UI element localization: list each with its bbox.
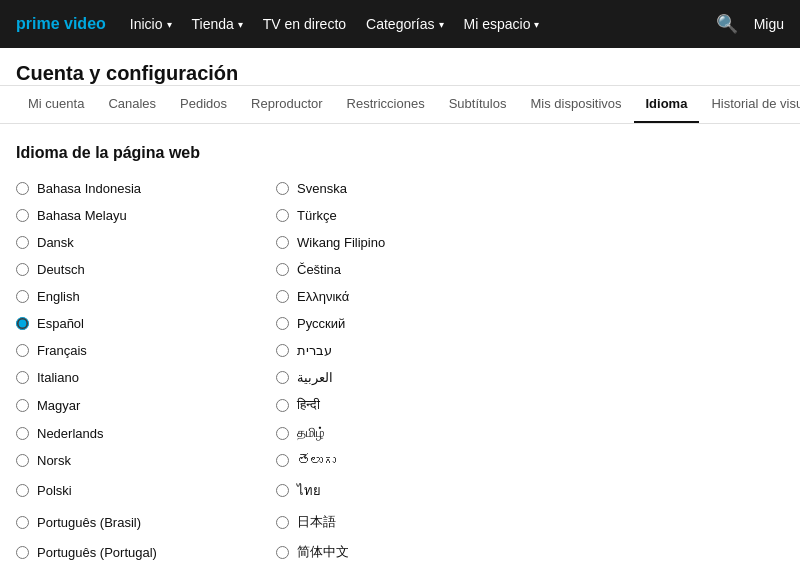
language-radio-polski[interactable]	[16, 484, 29, 497]
language-grid: Bahasa IndonesiaSvenskaBahasa MelayuTürk…	[16, 178, 784, 562]
language-option-ivrit[interactable]: עברית	[276, 340, 496, 361]
language-option-portugues-portugal[interactable]: Português (Portugal)	[16, 540, 236, 562]
language-option-ellinika[interactable]: Ελληνικά	[276, 286, 496, 307]
language-option-polski[interactable]: Polski	[16, 477, 236, 504]
language-radio-hindi[interactable]	[276, 399, 289, 412]
language-option-deutsch[interactable]: Deutsch	[16, 259, 236, 280]
language-label-magyar: Magyar	[37, 398, 80, 413]
language-option-svenska[interactable]: Svenska	[276, 178, 496, 199]
language-radio-norsk[interactable]	[16, 454, 29, 467]
nav-link-inicio[interactable]: Inicio▾	[130, 16, 172, 32]
search-icon[interactable]: 🔍	[716, 13, 738, 35]
language-radio-japanese[interactable]	[276, 516, 289, 529]
language-label-bahasa-indonesia: Bahasa Indonesia	[37, 181, 141, 196]
brand-logo: prime video	[16, 15, 106, 33]
page-title: Cuenta y configuración	[16, 62, 238, 84]
nav-link-mi-espacio[interactable]: Mi espacio▾	[464, 16, 540, 32]
language-label-espanol: Español	[37, 316, 84, 331]
tabs-bar: Mi cuentaCanalesPedidosReproductorRestri…	[0, 86, 800, 124]
language-option-japanese[interactable]: 日本語	[276, 510, 496, 534]
nav-right: 🔍 Migu	[716, 13, 784, 35]
language-option-telugu[interactable]: తెలుగు	[276, 450, 496, 471]
language-label-english: English	[37, 289, 80, 304]
language-radio-nederlands[interactable]	[16, 427, 29, 440]
language-radio-arabiya[interactable]	[276, 371, 289, 384]
language-option-francais[interactable]: Français	[16, 340, 236, 361]
language-option-bahasa-indonesia[interactable]: Bahasa Indonesia	[16, 178, 236, 199]
language-radio-francais[interactable]	[16, 344, 29, 357]
language-radio-dansk[interactable]	[16, 236, 29, 249]
navbar: prime video Inicio▾Tienda▾TV en directoC…	[0, 0, 800, 48]
language-label-russkiy: Русский	[297, 316, 345, 331]
chevron-down-icon: ▾	[238, 19, 243, 30]
tab-restricciones[interactable]: Restricciones	[335, 86, 437, 123]
language-radio-portugues-portugal[interactable]	[16, 546, 29, 559]
language-option-turkce[interactable]: Türkçe	[276, 205, 496, 226]
language-radio-espanol[interactable]	[16, 317, 29, 330]
language-label-portugues-brasil: Português (Brasil)	[37, 515, 141, 530]
nav-link-tv-en-directo[interactable]: TV en directo	[263, 16, 346, 32]
language-label-ivrit: עברית	[297, 343, 332, 358]
language-label-dansk: Dansk	[37, 235, 74, 250]
language-option-english[interactable]: English	[16, 286, 236, 307]
tab-subtítulos[interactable]: Subtítulos	[437, 86, 519, 123]
tab-mis-dispositivos[interactable]: Mis dispositivos	[518, 86, 633, 123]
tab-reproductor[interactable]: Reproductor	[239, 86, 335, 123]
tab-historial-de-visualización[interactable]: Historial de visualización	[699, 86, 800, 123]
language-radio-thai[interactable]	[276, 484, 289, 497]
language-option-thai[interactable]: ไทย	[276, 477, 496, 504]
language-option-tamil[interactable]: தமிழ்	[276, 422, 496, 444]
language-radio-bahasa-indonesia[interactable]	[16, 182, 29, 195]
language-label-italiano: Italiano	[37, 370, 79, 385]
language-label-telugu: తెలుగు	[297, 453, 336, 468]
language-option-nederlands[interactable]: Nederlands	[16, 422, 236, 444]
chevron-down-icon: ▾	[534, 19, 539, 30]
language-label-nederlands: Nederlands	[37, 426, 104, 441]
language-option-bahasa-melayu[interactable]: Bahasa Melayu	[16, 205, 236, 226]
language-label-turkce: Türkçe	[297, 208, 337, 223]
language-option-magyar[interactable]: Magyar	[16, 394, 236, 416]
language-radio-turkce[interactable]	[276, 209, 289, 222]
language-option-russkiy[interactable]: Русский	[276, 313, 496, 334]
language-label-ellinika: Ελληνικά	[297, 289, 349, 304]
language-radio-english[interactable]	[16, 290, 29, 303]
language-radio-magyar[interactable]	[16, 399, 29, 412]
language-radio-svenska[interactable]	[276, 182, 289, 195]
tab-mi-cuenta[interactable]: Mi cuenta	[16, 86, 96, 123]
tab-pedidos[interactable]: Pedidos	[168, 86, 239, 123]
language-radio-russkiy[interactable]	[276, 317, 289, 330]
language-option-portugues-brasil[interactable]: Português (Brasil)	[16, 510, 236, 534]
language-label-japanese: 日本語	[297, 513, 336, 531]
tab-idioma[interactable]: Idioma	[634, 86, 700, 123]
language-option-norsk[interactable]: Norsk	[16, 450, 236, 471]
language-option-italiano[interactable]: Italiano	[16, 367, 236, 388]
language-radio-telugu[interactable]	[276, 454, 289, 467]
language-option-hindi[interactable]: हिन्दी	[276, 394, 496, 416]
language-option-simplified-chinese[interactable]: 简体中文	[276, 540, 496, 562]
language-radio-wikang-filipino[interactable]	[276, 236, 289, 249]
nav-link-tienda[interactable]: Tienda▾	[192, 16, 243, 32]
page-header: Cuenta y configuración	[0, 48, 800, 86]
tab-canales[interactable]: Canales	[96, 86, 168, 123]
main-content: Idioma de la página web Bahasa Indonesia…	[0, 124, 800, 562]
language-option-arabiya[interactable]: العربية	[276, 367, 496, 388]
language-radio-cestina[interactable]	[276, 263, 289, 276]
language-option-cestina[interactable]: Čeština	[276, 259, 496, 280]
language-option-wikang-filipino[interactable]: Wikang Filipino	[276, 232, 496, 253]
nav-link-categorías[interactable]: Categorías▾	[366, 16, 443, 32]
language-radio-simplified-chinese[interactable]	[276, 546, 289, 559]
language-option-dansk[interactable]: Dansk	[16, 232, 236, 253]
language-option-espanol[interactable]: Español	[16, 313, 236, 334]
language-radio-portugues-brasil[interactable]	[16, 516, 29, 529]
language-radio-ivrit[interactable]	[276, 344, 289, 357]
language-radio-tamil[interactable]	[276, 427, 289, 440]
language-radio-italiano[interactable]	[16, 371, 29, 384]
user-menu[interactable]: Migu	[754, 16, 784, 32]
language-radio-deutsch[interactable]	[16, 263, 29, 276]
language-radio-ellinika[interactable]	[276, 290, 289, 303]
language-label-arabiya: العربية	[297, 370, 333, 385]
language-radio-bahasa-melayu[interactable]	[16, 209, 29, 222]
language-label-bahasa-melayu: Bahasa Melayu	[37, 208, 127, 223]
language-label-portugues-portugal: Português (Portugal)	[37, 545, 157, 560]
language-label-polski: Polski	[37, 483, 72, 498]
